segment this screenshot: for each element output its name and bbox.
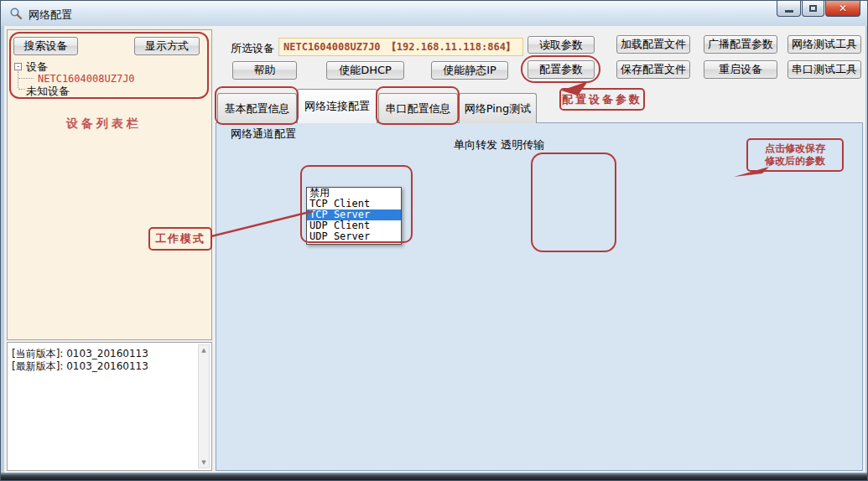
tree-line [18, 89, 25, 90]
annotation-work-mode-callout: 工作模式 [148, 227, 212, 251]
tree-line [18, 78, 34, 79]
tree-node-unknown[interactable]: 未知设备 [26, 84, 70, 99]
load-config-button[interactable]: 加载配置文件 [616, 35, 690, 54]
annotation-device-list-label: 设备列表栏 [66, 116, 142, 132]
minimize-button[interactable] [777, 1, 801, 17]
window-title: 网络配置 [29, 8, 72, 23]
scroll-down-icon[interactable]: ▼ [199, 459, 209, 466]
network-channel-group-title: 网络通道配置 [227, 127, 299, 142]
serial-test-tool-button[interactable]: 串口测试工具 [787, 60, 861, 79]
close-button[interactable]: ✕ [825, 1, 860, 17]
tree-collapse-icon[interactable]: - [14, 63, 22, 70]
tab-network-connect-config[interactable]: 网络连接配置 [297, 89, 377, 123]
tree-line [18, 71, 18, 88]
display-mode-button[interactable]: 显示方式 [134, 37, 200, 55]
tab-basic-config[interactable]: 基本配置信息 [217, 93, 297, 123]
version-panel: [当前版本]: 0103_20160113 [最新版本]: 0103_20160… [7, 342, 212, 471]
close-icon: ✕ [839, 3, 847, 14]
read-params-button[interactable]: 读取参数 [528, 36, 595, 54]
maximize-icon [809, 5, 817, 12]
restart-device-button[interactable]: 重启设备 [704, 60, 777, 79]
version-scrollbar[interactable]: ▲ ▼ [198, 344, 210, 468]
window-controls: ✕ [776, 1, 860, 17]
enable-dhcp-button[interactable]: 使能DHCP [326, 61, 404, 80]
tab-serial-config[interactable]: 串口配置信息 [378, 93, 458, 123]
dropdown-option[interactable]: UDP Server [307, 231, 401, 242]
tab-network-ping[interactable]: 网络Ping测试 [459, 93, 537, 123]
minimize-icon [785, 10, 793, 13]
work-mode-dropdown-list: 禁用 TCP Client TCP Server UDP Client UDP … [306, 187, 402, 245]
annotation-modify-line2: 修改后的参数 [765, 155, 825, 168]
annotation-config-callout: 配置设备参数 [559, 88, 645, 111]
maximize-button[interactable] [802, 1, 824, 17]
app-window: 网络配置 ✕ 搜索设备 显示方式 - 设备 NETC1604008UZ7J0 未… [0, 0, 868, 481]
selected-device-field: NETC1604008UZ7J0 【192.168.11.118:864】 [278, 38, 523, 56]
tab-page [216, 122, 863, 471]
broadcast-config-button[interactable]: 广播配置参数 [704, 35, 777, 54]
title-bar[interactable] [1, 1, 868, 26]
selected-device-label: 所选设备 [231, 41, 274, 56]
forward-group-title: 单向转发 透明传输 [450, 137, 548, 153]
network-test-tool-button[interactable]: 网络测试工具 [787, 35, 861, 54]
annotation-modify-line1: 点击修改保存 [765, 142, 825, 155]
search-device-button[interactable]: 搜索设备 [13, 37, 78, 55]
window-bottom-edge [1, 473, 868, 481]
latest-version-text: [最新版本]: 0103_20160113 [12, 359, 148, 374]
help-button[interactable]: 帮助 [232, 61, 297, 80]
annotation-modify-callout: 点击修改保存 修改后的参数 [746, 138, 844, 172]
config-params-button[interactable]: 配置参数 [528, 60, 595, 79]
scroll-up-icon[interactable]: ▲ [199, 347, 209, 354]
enable-static-ip-button[interactable]: 使能静态IP [431, 61, 508, 80]
app-magnifier-icon [9, 7, 23, 20]
save-config-button[interactable]: 保存配置文件 [616, 60, 690, 79]
tree-node-device-id[interactable]: NETC1604008UZ7J0 [38, 73, 135, 85]
